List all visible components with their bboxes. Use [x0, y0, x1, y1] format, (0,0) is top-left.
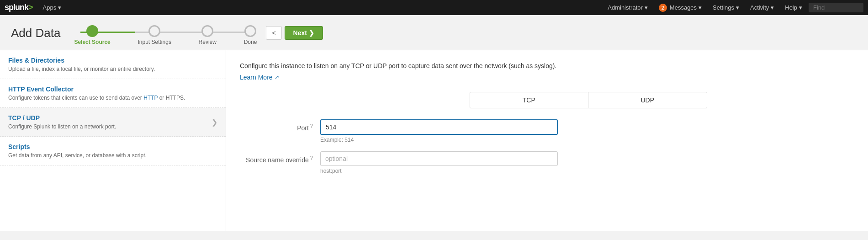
wizard-label-input-settings: Input Settings [138, 39, 171, 45]
sidebar-item-title-http: HTTP Event Collector [8, 85, 217, 93]
main-layout: Files & Directories Upload a file, index… [0, 50, 868, 231]
sidebar-item-tcp-udp-content: TCP / UDP Configure Splunk to listen on … [8, 114, 116, 130]
messages-label: Messages [670, 4, 697, 11]
sidebar-item-tcp-udp-row: TCP / UDP Configure Splunk to listen on … [8, 114, 217, 130]
sidebar-item-desc-tcp: Configure Splunk to listen on a network … [8, 123, 116, 130]
chevron-down-icon: ▾ [799, 4, 802, 11]
settings-label: Settings [713, 4, 734, 11]
activity-menu[interactable]: Activity ▾ [746, 4, 778, 11]
port-input[interactable] [320, 119, 558, 135]
external-link-icon: ↗ [275, 74, 279, 80]
port-field-row: Port ? Example: 514 [240, 119, 854, 143]
port-field-wrap: Example: 514 [320, 119, 558, 143]
sidebar-item-title-files: Files & Directories [8, 57, 217, 64]
sidebar-item-desc-http: Configure tokens that clients can use to… [8, 95, 217, 101]
apps-menu[interactable]: Apps ▾ [38, 4, 66, 11]
wizard-label-review: Review [199, 39, 217, 45]
back-button[interactable]: < [266, 26, 281, 40]
page-header: Add Data Select Source Input Settings Re… [0, 15, 868, 50]
source-name-field-wrap: host:port [320, 151, 558, 174]
sidebar-item-files-directories[interactable]: Files & Directories Upload a file, index… [0, 50, 226, 79]
chevron-down-icon: ▾ [58, 4, 61, 11]
wizard-step-review: Review [199, 25, 217, 45]
tcp-button[interactable]: TCP [470, 92, 589, 108]
wizard-nav: < Next ❯ [266, 26, 323, 40]
messages-menu[interactable]: 2 Messages ▾ [654, 4, 706, 12]
wizard-step-input-settings: Input Settings [138, 25, 171, 45]
sidebar-item-desc-scripts: Get data from any API, service, or datab… [8, 152, 217, 159]
chevron-down-icon: ▾ [771, 4, 774, 11]
source-name-field-row: Source name override ? host:port [240, 151, 854, 174]
wizard-dot-select-source [86, 25, 98, 37]
chevron-down-icon: ▾ [736, 4, 739, 11]
activity-label: Activity [750, 4, 769, 11]
messages-badge: 2 [659, 4, 667, 12]
sidebar: Files & Directories Upload a file, index… [0, 50, 226, 231]
next-button[interactable]: Next ❯ [285, 26, 323, 40]
wizard-step-done: Done [244, 25, 257, 45]
apps-label: Apps [43, 4, 57, 11]
port-hint: Example: 514 [320, 137, 558, 143]
content-description: Configure this instance to listen on any… [240, 61, 596, 71]
wizard-bar: Select Source Input Settings Review Done… [74, 21, 857, 45]
sidebar-item-title-tcp: TCP / UDP [8, 114, 116, 122]
port-label: Port ? [240, 119, 313, 132]
wizard-steps: Select Source Input Settings Review Done [74, 25, 257, 45]
admin-label: Administrator [608, 4, 643, 11]
chevron-right-icon: ❯ [212, 118, 217, 127]
settings-menu[interactable]: Settings ▾ [708, 4, 744, 11]
wizard-dot-review [201, 25, 213, 37]
wizard-dot-done [244, 25, 256, 37]
protocol-toggle[interactable]: TCP UDP [470, 92, 707, 108]
sidebar-item-desc-files: Upload a file, index a local file, or mo… [8, 66, 217, 72]
sidebar-item-scripts[interactable]: Scripts Get data from any API, service, … [0, 137, 226, 165]
find-input[interactable] [809, 3, 863, 12]
wizard-track: Select Source Input Settings Review Done [74, 25, 257, 45]
chevron-down-icon: ▾ [699, 4, 702, 11]
sidebar-item-http-event[interactable]: HTTP Event Collector Configure tokens th… [0, 79, 226, 108]
wizard-step-select-source: Select Source [74, 25, 110, 45]
udp-button[interactable]: UDP [588, 92, 707, 108]
learn-more-text: Learn More [240, 74, 273, 81]
source-name-hint: host:port [320, 168, 558, 174]
wizard-label-done: Done [244, 39, 257, 45]
main-content: Configure this instance to listen on any… [226, 50, 868, 231]
splunk-logo: splunk> [5, 3, 33, 12]
sidebar-item-tcp-udp[interactable]: TCP / UDP Configure Splunk to listen on … [0, 108, 226, 137]
admin-menu[interactable]: Administrator ▾ [603, 4, 652, 11]
help-label: Help [785, 4, 797, 11]
learn-more-link[interactable]: Learn More ↗ [240, 74, 279, 81]
help-menu[interactable]: Help ▾ [780, 4, 807, 11]
sidebar-item-title-scripts: Scripts [8, 143, 217, 150]
page-title: Add Data [11, 26, 60, 40]
wizard-label-select-source: Select Source [74, 39, 110, 45]
source-name-input[interactable] [320, 151, 558, 166]
chevron-down-icon: ▾ [645, 4, 648, 11]
source-name-label: Source name override ? [240, 151, 313, 164]
top-navigation: splunk> Apps ▾ Administrator ▾ 2 Message… [0, 0, 868, 15]
wizard-dot-input-settings [148, 25, 160, 37]
